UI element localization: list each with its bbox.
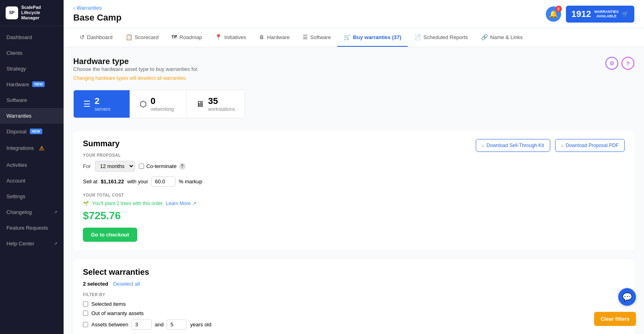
hardware-type-title: Hardware type [73,57,198,66]
select-warranties-section: Select warranties 2 selected Deselect al… [73,259,634,334]
breadcrumb-parent[interactable]: Warranties [76,5,101,11]
networking-label: networking [151,106,174,112]
selected-count: 2 selected [83,281,108,287]
months-select[interactable]: 12 months 24 months 36 months 48 months … [95,161,135,172]
sidebar-label-clients: Clients [6,50,23,56]
tree-icon: 🌱 [83,201,89,206]
sidebar-label-activities: Activities [6,162,27,168]
total-price: $725.76 [83,210,625,222]
proposal-row: For 12 months 24 months 36 months 48 mon… [83,161,625,172]
disposal-new-badge: NEW [30,129,42,134]
sidebar-item-feature-requests[interactable]: Feature Requests [0,220,64,236]
to-year-input[interactable] [167,319,187,330]
clear-filters-button[interactable]: Clear filters [594,312,636,326]
tab-dashboard[interactable]: ↺ Dashboard [73,28,119,47]
hw-card-workstations[interactable]: 🖥 35 workstations [186,90,245,118]
chat-fab-button[interactable]: 💬 [618,288,636,306]
hardware-type-section: Hardware type Choose the hardware asset … [73,57,634,118]
markup-input[interactable] [151,176,175,187]
filter-selected-items-label: Selected items [91,301,126,307]
hw-card-servers[interactable]: ☰ 2 servers [74,90,130,118]
sidebar-item-dashboard[interactable]: Dashboard [0,29,64,45]
tab-roadmap[interactable]: 🗺 Roadmap [165,28,208,47]
tab-software-icon: ☰ [303,34,308,40]
sidebar-item-warranties[interactable]: Warranties [0,108,64,124]
filter-selected-items-checkbox[interactable] [83,301,88,307]
tab-name-links-label: Name & Links [490,34,523,40]
coterminate-label: Co-terminate [147,163,177,169]
help-icon-circle[interactable]: ? [621,57,634,70]
coterminate-row: Co-terminate ? [139,163,186,170]
sidebar-label-strategy: Strategy [6,66,26,72]
notification-button[interactable]: 🔔 2 [546,6,561,22]
sidebar-label-feature-requests: Feature Requests [6,225,48,231]
tab-name-links[interactable]: 🔗 Name & Links [475,28,529,47]
learn-more-link[interactable]: Learn More ↗ [166,201,196,206]
sidebar-label-software: Software [6,97,27,103]
external-link-icon: ↗ [192,201,196,206]
hardware-type-warning: Changing hardware types will deselect al… [73,75,198,81]
sidebar-item-settings[interactable]: Settings [0,189,64,204]
markup-label: % markup [179,178,202,185]
tab-initiatives[interactable]: 📍 Initiatives [208,28,252,47]
markup-row: Sell at $1,161.22 with your % markup [83,176,625,187]
years-old-label: years old [190,322,211,328]
tab-scorecard[interactable]: 📋 Scorecard [119,28,165,47]
download-sell-through-kit-button[interactable]: ↓ Download Sell-Through Kit [476,139,550,152]
deselect-all-link[interactable]: Deselect all [113,281,140,287]
tab-scheduled-reports-icon: 📄 [414,34,421,40]
tab-dashboard-icon: ↺ [80,34,85,40]
checkout-button[interactable]: Go to checkout [83,228,137,242]
sidebar-item-clients[interactable]: Clients [0,45,64,61]
sidebar-nav: Dashboard Clients Strategy Hardware NEW … [0,26,64,334]
main-content: ‹ Warranties Base Camp 🔔 2 1912 WARRANTI… [64,0,644,334]
hardware-type-desc: Choose the hardware asset type to buy wa… [73,66,198,72]
sidebar-item-help-center[interactable]: Help Center ↗ [0,236,64,251]
tab-roadmap-icon: 🗺 [171,34,177,40]
clear-filters-label: Clear filters [601,316,630,322]
coterminate-help-icon[interactable]: ? [179,163,186,170]
logo-icon: SP [6,6,18,19]
filter-out-of-warranty-checkbox[interactable] [83,311,88,316]
from-year-input[interactable] [132,319,152,330]
assets-between-checkbox[interactable] [83,322,88,327]
sell-at-label: Sell at [83,178,97,185]
filter-out-of-warranty-label: Out of warranty assets [91,310,144,316]
select-warranties-title: Select warranties [83,268,625,277]
tab-buy-warranties[interactable]: 🛒 Buy warranties (37) [337,28,408,47]
header: ‹ Warranties Base Camp 🔔 2 1912 WARRANTI… [64,0,644,28]
tab-initiatives-icon: 📍 [215,34,222,40]
sidebar-item-hardware[interactable]: Hardware NEW [0,77,64,92]
servers-count: 2 [95,96,110,106]
workstations-count: 35 [208,96,235,106]
sidebar-item-activities[interactable]: Activities [0,157,64,173]
settings-icon-circle[interactable]: ⚙ [605,57,618,70]
sidebar-item-software[interactable]: Software [0,92,64,108]
for-label: For [83,163,91,169]
sidebar-label-account: Account [6,178,25,184]
header-left: ‹ Warranties Base Camp [73,5,122,23]
hw-card-networking[interactable]: ⬡ 0 networking [130,90,186,118]
tab-hardware[interactable]: 🖥 Hardware [252,28,296,47]
warranties-available-button[interactable]: 1912 WARRANTIESAVAILABLE 🛒 [566,6,634,23]
sidebar-item-strategy[interactable]: Strategy [0,61,64,77]
networking-icon: ⬡ [140,99,147,109]
tab-software[interactable]: ☰ Software [296,28,337,47]
summary-section: ↓ Download Sell-Through Kit ↓ Download P… [73,131,634,250]
tab-initiatives-label: Initiatives [224,34,246,40]
hardware-type-header-row: Hardware type Choose the hardware asset … [73,57,634,87]
tab-dashboard-label: Dashboard [87,34,113,40]
download-proposal-pdf-button[interactable]: ↓ Download Proposal PDF [555,139,625,152]
sidebar-item-account[interactable]: Account [0,173,64,189]
tab-scheduled-reports[interactable]: 📄 Scheduled Reports [408,28,475,47]
sidebar-label-hardware: Hardware [6,81,29,87]
sidebar-item-changelog[interactable]: Changelog ↗ [0,204,64,220]
sidebar-item-integrations[interactable]: Integrations ⚠ [0,139,64,157]
tab-buy-warranties-label: Buy warranties (37) [353,34,401,40]
checkout-label: Go to checkout [91,232,129,238]
sidebar-item-disposal[interactable]: Disposal NEW [0,124,64,139]
sidebar-label-help-center: Help Center [6,241,34,247]
download-kit-label: Download Sell-Through Kit [487,143,544,148]
sell-price: $1,161.22 [101,178,124,185]
coterminate-checkbox[interactable] [139,164,144,169]
